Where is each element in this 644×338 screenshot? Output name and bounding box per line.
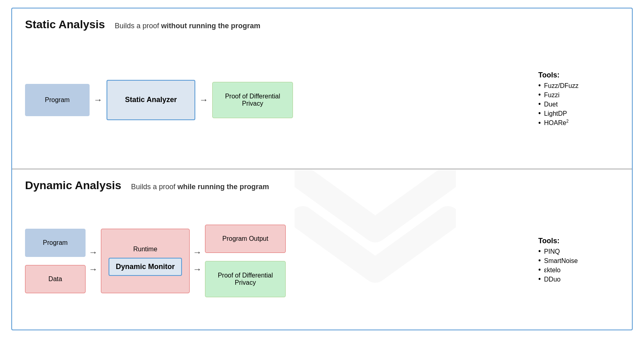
dynamic-program-output-label: Program Output bbox=[222, 235, 268, 242]
static-proof-label: Proof of Differential Privacy bbox=[218, 93, 287, 107]
dynamic-monitor-box: Dynamic Monitor bbox=[109, 258, 182, 276]
dynamic-program-output-box: Program Output bbox=[205, 225, 286, 253]
dynamic-tools: Tools: PINQ SmartNoise εktelo DDuo bbox=[538, 237, 619, 285]
static-flow: Program → Static Analyzer → Proof of Dif… bbox=[25, 80, 529, 120]
arrows-out: → → bbox=[190, 248, 205, 274]
static-proof-box: Proof of Differential Privacy bbox=[212, 82, 293, 118]
dynamic-proof-label: Proof of Differential Privacy bbox=[211, 272, 280, 286]
dynamic-desc-normal: Builds a proof bbox=[131, 183, 178, 191]
static-header: Static Analysis Builds a proof without r… bbox=[25, 18, 619, 31]
static-desc-bold: without running the program bbox=[161, 22, 260, 30]
dynamic-program-label: Program bbox=[43, 239, 67, 246]
static-tool-5: HOARe2 bbox=[538, 119, 619, 127]
static-tools-title: Tools: bbox=[538, 71, 619, 79]
static-tool-4: LightDP bbox=[538, 110, 619, 117]
static-arrow-2: → bbox=[195, 95, 212, 105]
static-arrow-1: → bbox=[90, 95, 107, 105]
static-program-label: Program bbox=[45, 96, 69, 104]
dynamic-inputs: Program Data bbox=[25, 229, 86, 293]
static-tool-3: Duet bbox=[538, 100, 619, 108]
dynamic-tool-2: SmartNoise bbox=[538, 257, 619, 265]
dynamic-arrow-in-1: → bbox=[89, 248, 98, 257]
static-analyzer-box: Static Analyzer bbox=[107, 80, 195, 120]
static-arrow-2-icon: → bbox=[199, 95, 208, 105]
dynamic-diagram-row: Program Data → → Runtime Dynamic Monitor bbox=[25, 202, 619, 320]
static-desc: Builds a proof without running the progr… bbox=[115, 22, 260, 30]
dynamic-flow: Program Data → → Runtime Dynamic Monitor bbox=[25, 225, 529, 297]
dynamic-data-label: Data bbox=[48, 275, 62, 283]
dynamic-proof-box: Proof of Differential Privacy bbox=[205, 261, 286, 297]
dynamic-analysis-section: Dynamic Analysis Builds a proof while ru… bbox=[12, 169, 632, 330]
dynamic-arrow-in-2: → bbox=[89, 265, 98, 274]
dynamic-header: Dynamic Analysis Builds a proof while ru… bbox=[25, 179, 619, 192]
static-diagram-row: Program → Static Analyzer → Proof of Dif… bbox=[25, 41, 619, 159]
static-title: Static Analysis bbox=[25, 18, 105, 31]
dynamic-arrow-out-2: → bbox=[193, 265, 202, 274]
main-container: Static Analysis Builds a proof without r… bbox=[11, 8, 633, 330]
dynamic-monitor-label: Dynamic Monitor bbox=[116, 263, 175, 271]
static-tools-list: Fuzz/DFuzz Fuzzi Duet LightDP HOARe2 bbox=[538, 82, 619, 127]
dynamic-outputs: Program Output Proof of Differential Pri… bbox=[205, 225, 286, 297]
dynamic-runtime-label: Runtime bbox=[133, 246, 157, 253]
dynamic-tool-4: DDuo bbox=[538, 275, 619, 283]
static-program-box: Program bbox=[25, 84, 90, 116]
dynamic-desc: Builds a proof while running the program bbox=[131, 183, 269, 191]
dynamic-center-box: Runtime Dynamic Monitor bbox=[101, 229, 190, 293]
dynamic-desc-bold: while running the program bbox=[178, 183, 269, 191]
static-arrow-1-icon: → bbox=[94, 95, 102, 105]
static-analyzer-label: Static Analyzer bbox=[125, 96, 177, 104]
dynamic-data-box: Data bbox=[25, 265, 86, 293]
static-tool-2: Fuzzi bbox=[538, 91, 619, 99]
dynamic-program-box: Program bbox=[25, 229, 86, 257]
static-analysis-section: Static Analysis Builds a proof without r… bbox=[12, 8, 632, 169]
arrows-in: → → bbox=[86, 248, 101, 274]
dynamic-tools-title: Tools: bbox=[538, 237, 619, 245]
static-tools: Tools: Fuzz/DFuzz Fuzzi Duet LightDP HOA… bbox=[538, 71, 619, 128]
dynamic-arrow-out-1: → bbox=[193, 248, 202, 257]
static-desc-normal: Builds a proof bbox=[115, 22, 161, 30]
static-tool-1: Fuzz/DFuzz bbox=[538, 82, 619, 90]
dynamic-tool-1: PINQ bbox=[538, 248, 619, 255]
dynamic-tools-list: PINQ SmartNoise εktelo DDuo bbox=[538, 248, 619, 283]
dynamic-title: Dynamic Analysis bbox=[25, 179, 121, 192]
dynamic-tool-3: εktelo bbox=[538, 266, 619, 274]
